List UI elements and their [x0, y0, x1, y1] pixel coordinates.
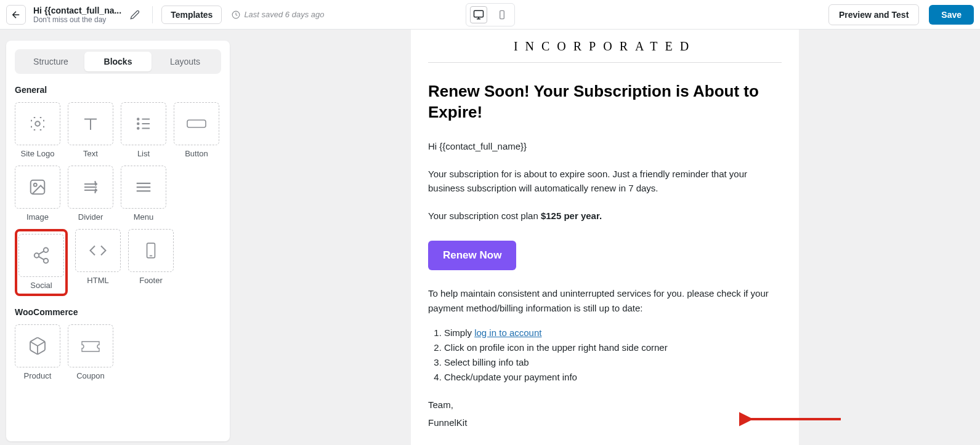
list-item: Click on profile icon in the upper right…	[444, 340, 782, 355]
email-canvas[interactable]: INCORPORATED Renew Soon! Your Subscripti…	[411, 30, 799, 445]
device-toggle	[466, 3, 515, 26]
menu-icon	[134, 178, 153, 196]
edit-title-button[interactable]	[126, 6, 144, 23]
email-paragraph-1: Your subscription for is about to expire…	[428, 167, 782, 196]
divider-line	[428, 62, 782, 63]
page-title: Hi {{contact_full_na...	[33, 6, 121, 15]
block-product[interactable]: Product	[15, 324, 60, 380]
arrow-left-icon	[10, 9, 22, 20]
preview-button[interactable]: Preview and Test	[828, 4, 919, 25]
back-button[interactable]	[6, 5, 26, 25]
product-icon	[28, 336, 47, 356]
brand-logo-text: INCORPORATED	[411, 30, 799, 62]
list-item: Select billing info tab	[444, 355, 782, 370]
email-paragraph-2: Your subscription cost plan $125 per yea…	[428, 209, 782, 223]
signature-team: Team,	[428, 399, 782, 410]
mobile-icon	[497, 10, 507, 20]
block-coupon[interactable]: Coupon	[68, 324, 113, 380]
social-icon	[32, 246, 51, 265]
desktop-icon	[473, 9, 484, 20]
pencil-icon	[130, 10, 140, 20]
email-heading: Renew Soon! Your Subscription is About t…	[428, 81, 782, 123]
block-divider[interactable]: Divider	[68, 166, 113, 222]
block-button[interactable]: Button	[174, 102, 219, 158]
block-html[interactable]: HTML	[75, 229, 121, 296]
page-title-block: Hi {{contact_full_na... Don't miss out t…	[33, 6, 121, 24]
svg-point-6	[137, 127, 139, 129]
email-canvas-wrap: INCORPORATED Renew Soon! Your Subscripti…	[230, 30, 980, 445]
coupon-icon	[80, 338, 101, 354]
top-bar: Hi {{contact_full_na... Don't miss out t…	[0, 0, 980, 30]
block-text[interactable]: Text	[68, 102, 113, 158]
sidebar-tabs: Structure Blocks Layouts	[15, 49, 221, 74]
renew-now-button[interactable]: Renew Now	[428, 241, 516, 270]
block-menu[interactable]: Menu	[121, 166, 166, 222]
svg-point-5	[137, 123, 139, 125]
last-saved-text: Last saved 6 days ago	[232, 10, 324, 19]
clock-icon	[232, 10, 240, 19]
save-button[interactable]: Save	[929, 5, 974, 25]
sidebar-panel: Structure Blocks Layouts General Site Lo…	[6, 41, 230, 441]
svg-rect-1	[474, 10, 483, 17]
login-link[interactable]: log in to account	[474, 327, 541, 338]
divider	[152, 6, 153, 23]
block-footer[interactable]: Footer	[128, 229, 174, 296]
svg-point-9	[34, 183, 37, 186]
list-item: Check/update your payment info	[444, 370, 782, 385]
steps-list: Simply log in to account Click on profil…	[444, 326, 782, 385]
svg-point-10	[44, 248, 49, 253]
footer-icon	[143, 241, 159, 260]
site-logo-icon	[28, 114, 47, 133]
block-list[interactable]: List	[121, 102, 166, 158]
email-help-text: To help maintain consistent and uninterr…	[428, 286, 782, 316]
email-greeting: Hi {{contact_full_name}}	[428, 139, 782, 153]
image-icon	[28, 178, 47, 196]
html-icon	[89, 241, 107, 260]
block-site-logo[interactable]: Site Logo	[15, 102, 60, 158]
svg-rect-7	[187, 120, 206, 127]
tab-structure[interactable]: Structure	[17, 52, 84, 71]
svg-point-4	[137, 118, 139, 120]
section-woocommerce: WooCommerce	[15, 307, 221, 317]
button-icon	[186, 116, 207, 131]
mobile-view-button[interactable]	[493, 6, 511, 23]
desktop-view-button[interactable]	[470, 6, 487, 23]
section-general: General	[15, 85, 221, 95]
tab-blocks[interactable]: Blocks	[84, 52, 152, 71]
block-social[interactable]: Social	[15, 229, 68, 296]
tab-layouts[interactable]: Layouts	[152, 52, 219, 71]
svg-rect-2	[500, 10, 504, 18]
list-item: Simply log in to account	[444, 326, 782, 340]
list-icon	[134, 114, 153, 133]
divider-icon	[81, 178, 100, 196]
svg-point-12	[44, 259, 49, 263]
page-subtitle: Don't miss out the day	[33, 15, 121, 24]
block-image[interactable]: Image	[15, 166, 60, 222]
text-icon	[81, 114, 100, 133]
svg-point-11	[34, 253, 39, 258]
svg-point-3	[35, 121, 40, 126]
signature-company: FunnelKit	[428, 417, 782, 428]
templates-button[interactable]: Templates	[161, 6, 222, 24]
